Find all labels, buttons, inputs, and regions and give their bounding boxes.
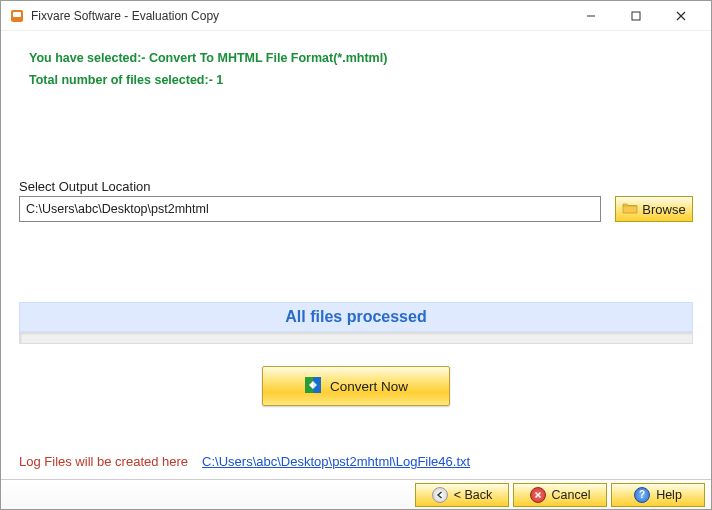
- help-label: Help: [656, 488, 682, 502]
- output-location-label: Select Output Location: [19, 179, 693, 194]
- app-window: Fixvare Software - Evaluation Copy You h…: [0, 0, 712, 510]
- maximize-button[interactable]: [613, 2, 658, 30]
- output-path-input[interactable]: [19, 196, 601, 222]
- convert-now-button[interactable]: Convert Now: [262, 366, 450, 406]
- convert-icon: [304, 376, 322, 397]
- file-count-info: Total number of files selected:- 1: [29, 73, 693, 87]
- cancel-icon: [530, 487, 546, 503]
- log-row: Log Files will be created here C:\Users\…: [19, 454, 693, 469]
- cancel-button[interactable]: Cancel: [513, 483, 607, 507]
- folder-icon: [622, 201, 638, 218]
- minimize-button[interactable]: [568, 2, 613, 30]
- arrow-left-icon: [432, 487, 448, 503]
- svg-rect-3: [632, 12, 640, 20]
- selection-info: You have selected:- Convert To MHTML Fil…: [29, 51, 693, 65]
- output-row: Browse: [19, 196, 693, 222]
- browse-label: Browse: [642, 202, 685, 217]
- window-title: Fixvare Software - Evaluation Copy: [31, 9, 568, 23]
- close-button[interactable]: [658, 2, 703, 30]
- convert-label: Convert Now: [330, 379, 408, 394]
- progress-bar: [19, 332, 693, 344]
- help-button[interactable]: ? Help: [611, 483, 705, 507]
- status-message: All files processed: [19, 302, 693, 332]
- cancel-label: Cancel: [552, 488, 591, 502]
- convert-row: Convert Now: [19, 366, 693, 406]
- svg-rect-1: [13, 12, 21, 17]
- footer-bar: < Back Cancel ? Help: [1, 479, 711, 509]
- browse-button[interactable]: Browse: [615, 196, 693, 222]
- back-label: < Back: [454, 488, 493, 502]
- help-icon: ?: [634, 487, 650, 503]
- window-controls: [568, 2, 703, 30]
- log-file-link[interactable]: C:\Users\abc\Desktop\pst2mhtml\LogFile46…: [202, 454, 470, 469]
- back-button[interactable]: < Back: [415, 483, 509, 507]
- content-area: You have selected:- Convert To MHTML Fil…: [1, 31, 711, 479]
- log-label: Log Files will be created here: [19, 454, 188, 469]
- titlebar: Fixvare Software - Evaluation Copy: [1, 1, 711, 31]
- app-icon: [9, 8, 25, 24]
